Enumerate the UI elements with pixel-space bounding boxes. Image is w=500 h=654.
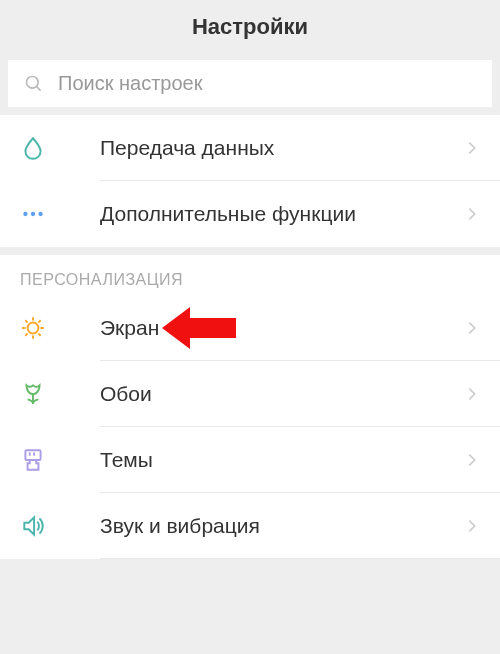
tulip-icon: [20, 381, 46, 407]
svg-line-13: [38, 320, 40, 322]
search-icon: [24, 74, 44, 94]
search-container: [0, 54, 500, 115]
divider: [100, 558, 500, 559]
settings-list-group-1: Передача данных Дополнительные функции: [0, 115, 500, 247]
svg-point-5: [28, 323, 39, 334]
svg-rect-16: [25, 450, 40, 460]
svg-marker-14: [162, 307, 236, 349]
more-icon: [20, 201, 46, 227]
row-label: Дополнительные функции: [100, 202, 464, 226]
section-gap: [0, 247, 500, 255]
svg-point-4: [38, 212, 42, 216]
highlight-arrow-icon: [162, 307, 236, 349]
row-label: Обои: [100, 382, 464, 406]
row-label: Темы: [100, 448, 464, 472]
chevron-right-icon: [464, 386, 480, 402]
app-header: Настройки: [0, 0, 500, 54]
section-title-personalization: ПЕРСОНАЛИЗАЦИЯ: [0, 255, 500, 295]
row-additional-features[interactable]: Дополнительные функции: [0, 181, 500, 247]
row-data-transfer[interactable]: Передача данных: [0, 115, 500, 181]
svg-line-10: [25, 320, 27, 322]
chevron-right-icon: [464, 452, 480, 468]
row-wallpaper[interactable]: Обои: [0, 361, 500, 427]
row-themes[interactable]: Темы: [0, 427, 500, 493]
row-label: Передача данных: [100, 136, 464, 160]
svg-point-2: [23, 212, 27, 216]
chevron-right-icon: [464, 140, 480, 156]
chevron-right-icon: [464, 518, 480, 534]
svg-line-11: [38, 333, 40, 335]
page-title: Настройки: [0, 14, 500, 40]
svg-line-12: [25, 333, 27, 335]
svg-point-0: [27, 76, 39, 88]
settings-list-group-2: Экран Обои: [0, 295, 500, 559]
sun-icon: [20, 315, 46, 341]
row-label: Экран: [100, 316, 464, 340]
search-box[interactable]: [8, 60, 492, 107]
svg-point-3: [31, 212, 35, 216]
search-input[interactable]: [58, 72, 476, 95]
brush-icon: [20, 447, 46, 473]
droplet-icon: [20, 135, 46, 161]
row-display[interactable]: Экран: [0, 295, 500, 361]
svg-line-1: [37, 86, 41, 90]
speaker-icon: [20, 513, 46, 539]
row-label: Звук и вибрация: [100, 514, 464, 538]
row-sound-vibration[interactable]: Звук и вибрация: [0, 493, 500, 559]
chevron-right-icon: [464, 320, 480, 336]
chevron-right-icon: [464, 206, 480, 222]
